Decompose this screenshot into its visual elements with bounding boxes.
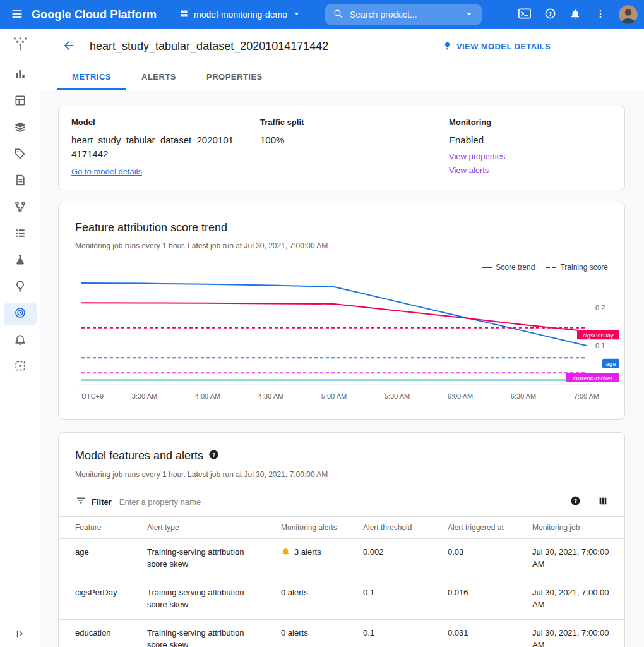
column-header-alert-type[interactable]: Alert type xyxy=(140,517,273,539)
collapse-chevron-icon xyxy=(15,628,26,642)
topbar: Google Cloud Platform model-monitoring-d… xyxy=(0,0,644,29)
alert-type-cell: Training-serving attribution score skew xyxy=(140,579,273,619)
monitoring-target-icon xyxy=(14,306,27,322)
go-to-model-details-link[interactable]: Go to model details xyxy=(71,167,142,176)
monitoring-job-cell: Jul 30, 2021, 7:00:00 AM xyxy=(525,619,624,647)
table-icon xyxy=(14,94,27,109)
alert-threshold-cell: 0.1 xyxy=(355,619,440,647)
column-header-alert-triggered-at[interactable]: Alert triggered at xyxy=(440,517,525,539)
traffic-split-value: 100% xyxy=(260,133,423,147)
help-button[interactable]: ? xyxy=(538,3,562,27)
alert-threshold-cell: 0.1 xyxy=(355,579,440,619)
view-alerts-link[interactable]: View alerts xyxy=(449,166,489,175)
sidebar-item-datasets[interactable] xyxy=(4,117,37,140)
column-header-monitoring-job[interactable]: Monitoring job xyxy=(525,517,624,539)
project-selector[interactable]: model-monitoring-demo xyxy=(176,5,305,24)
table-row[interactable]: age Training-serving attribution score s… xyxy=(59,538,624,579)
solid-line-swatch xyxy=(482,267,492,268)
back-button[interactable] xyxy=(58,36,80,57)
menu-button[interactable] xyxy=(5,3,29,27)
sidebar-item-labeling[interactable] xyxy=(4,143,37,166)
view-properties-link[interactable]: View properties xyxy=(449,152,505,161)
model-info-card: Model heart_study_tabular_dataset_202010… xyxy=(58,106,625,190)
filter-label: Filter xyxy=(92,497,112,507)
sidebar-item-experiments[interactable] xyxy=(4,276,37,299)
bell-outline-icon xyxy=(14,333,27,348)
alerts-count: 0 alerts xyxy=(281,627,308,639)
svg-text:?: ? xyxy=(212,451,215,457)
vertical-dots-icon xyxy=(595,9,605,21)
view-model-details-button[interactable]: VIEW MODEL DETAILS xyxy=(443,41,551,52)
table-help-button[interactable]: ? xyxy=(565,492,585,512)
help-icon: ? xyxy=(544,8,556,21)
page-header: heart_study_tabular_dataset_202010141714… xyxy=(40,29,644,64)
svg-text:?: ? xyxy=(548,11,551,17)
document-icon xyxy=(14,174,27,189)
svg-text:currentSmoker: currentSmoker xyxy=(573,374,612,381)
model-label: Model xyxy=(71,118,234,127)
svg-text:6:00 AM: 6:00 AM xyxy=(448,392,473,400)
vertex-ai-logo[interactable] xyxy=(12,35,28,54)
legend-training-score: Training score xyxy=(546,263,608,272)
avatar[interactable] xyxy=(619,5,638,24)
svg-text:?: ? xyxy=(573,498,576,504)
search-input[interactable] xyxy=(350,9,460,20)
sidebar-collapse-button[interactable] xyxy=(0,622,40,647)
column-header-monitoring-alerts[interactable]: Monitoring alerts xyxy=(273,517,355,539)
more-options-button[interactable] xyxy=(588,3,612,27)
filter-bar: Filter ? xyxy=(59,488,624,517)
tag-icon xyxy=(14,147,27,162)
table-row[interactable]: education Training-serving attribution s… xyxy=(59,619,624,647)
column-header-feature[interactable]: Feature xyxy=(59,517,140,539)
filter-icon xyxy=(75,495,86,509)
svg-text:7:00 AM: 7:00 AM xyxy=(574,392,599,400)
sidebar-item-workbench[interactable] xyxy=(4,90,37,113)
column-header-alert-threshold[interactable]: Alert threshold xyxy=(355,517,440,539)
features-table: Feature Alert type Monitoring alerts Ale… xyxy=(59,517,624,647)
tab-alerts[interactable]: ALERTS xyxy=(126,64,191,90)
sidebar-item-training[interactable] xyxy=(4,250,37,272)
svg-text:cigsPerDay: cigsPerDay xyxy=(583,331,614,338)
list-icon xyxy=(14,227,27,242)
page-title: heart_study_tabular_dataset_202010141714… xyxy=(90,40,328,53)
cloud-shell-button[interactable] xyxy=(513,3,537,27)
column-display-button[interactable] xyxy=(593,492,613,512)
tab-metrics[interactable]: METRICS xyxy=(57,64,126,90)
feature-cell: cigsPerDay xyxy=(59,579,140,619)
sidebar-item-batch-predictions[interactable] xyxy=(4,356,37,378)
main-area: heart_study_tabular_dataset_202010141714… xyxy=(40,29,644,647)
alerts-count: 3 alerts xyxy=(294,546,321,559)
search-scope-button[interactable] xyxy=(460,6,478,23)
cloud-shell-icon xyxy=(518,8,531,21)
traffic-split-label: Traffic split xyxy=(260,118,423,127)
notifications-button[interactable] xyxy=(563,3,587,27)
project-icon xyxy=(179,9,189,20)
filter-button[interactable]: Filter xyxy=(75,495,112,509)
search-bar[interactable] xyxy=(325,4,482,25)
sidebar-item-monitoring[interactable] xyxy=(4,303,37,325)
monitoring-status: Enabled xyxy=(449,133,612,147)
filter-input[interactable] xyxy=(119,497,558,507)
svg-text:4:00 AM: 4:00 AM xyxy=(195,392,220,400)
project-name: model-monitoring-demo xyxy=(194,9,287,20)
sidebar-item-metadata[interactable] xyxy=(4,223,37,246)
chart-area: 0.10.2UTC+93:30 AM4:00 AM4:30 AM5:00 AM5… xyxy=(75,274,608,406)
table-row[interactable]: cigsPerDay Training-serving attribution … xyxy=(59,579,624,619)
features-help-icon[interactable]: ? xyxy=(208,449,219,463)
chart-subtitle: Monitoring job runs every 1 hour. Latest… xyxy=(75,241,608,250)
sidebar-item-dashboard[interactable] xyxy=(4,64,37,87)
monitoring-job-cell: Jul 30, 2021, 7:00:00 AM xyxy=(525,538,624,579)
tab-properties[interactable]: PROPERTIES xyxy=(191,64,278,90)
sidebar-item-alerting[interactable] xyxy=(4,329,37,352)
sidebar-item-pipelines[interactable] xyxy=(4,197,37,219)
sidebar-item-notebooks[interactable] xyxy=(4,170,37,193)
brand-title: Google Cloud Platform xyxy=(32,8,157,21)
model-name: heart_study_tabular_dataset_202010141714… xyxy=(71,133,234,161)
feature-attribution-chart[interactable]: 0.10.2UTC+93:30 AM4:00 AM4:30 AM5:00 AM5… xyxy=(75,274,619,404)
alert-triggered-cell: 0.016 xyxy=(440,579,525,619)
content-area: Model heart_study_tabular_dataset_202010… xyxy=(40,90,644,647)
feature-cell: age xyxy=(59,538,140,579)
chevron-down-icon xyxy=(292,9,301,20)
tab-bar: METRICS ALERTS PROPERTIES xyxy=(40,64,644,90)
features-subtitle: Monitoring job runs every 1 hour. Latest… xyxy=(75,470,608,479)
